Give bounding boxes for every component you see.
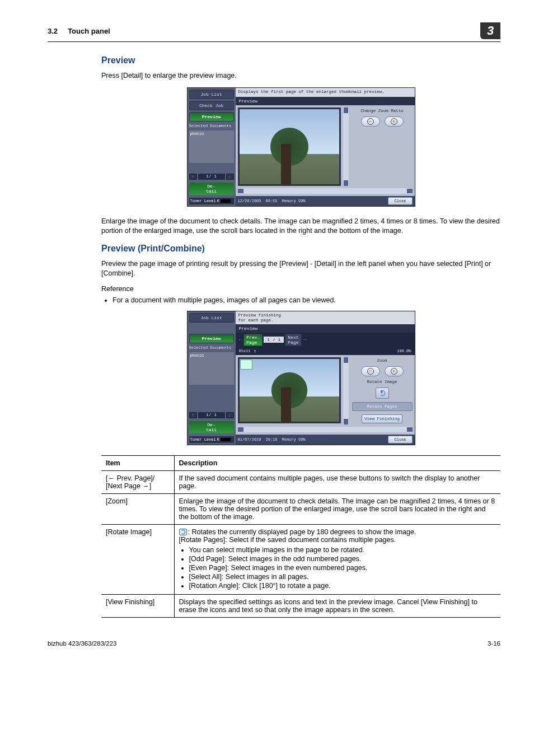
rotate-pages-button[interactable]: Rotate Pages: [352, 402, 413, 411]
reference-label: Reference: [101, 284, 500, 294]
zoom-in-button[interactable]: [385, 116, 404, 127]
orientation-icon: ▯: [254, 349, 256, 353]
footer-date: 12/28/2009: [238, 199, 261, 203]
preview-image: [238, 357, 341, 423]
detail-button[interactable]: De- tail: [189, 183, 234, 195]
touch-panel-preview: Job List Check Job Preview Selected Docu…: [187, 87, 415, 207]
selected-documents-label: Selected Documents: [189, 123, 234, 129]
scrollbar-horizontal[interactable]: [238, 427, 413, 432]
footer-date: 01/07/2010: [238, 437, 261, 442]
table-row: [View Finishing] Displays the specified …: [101, 594, 500, 617]
pager-indicator: 1/ 1: [198, 174, 225, 180]
preview-after-text: Enlarge the image of the document to che…: [101, 217, 500, 236]
page-header: 3.2 Touch panel 3: [48, 22, 500, 42]
document-item[interactable]: photo1: [190, 132, 204, 136]
page-number: 1 / 1: [264, 337, 284, 343]
item-rotate-image: [Rotate Image]: [101, 524, 174, 594]
desc-rotate-image: : Rotates the currently displayed page b…: [174, 524, 500, 594]
pager-up-icon[interactable]: ↑: [189, 174, 197, 180]
scrollbar-horizontal[interactable]: [238, 188, 413, 194]
next-page-button[interactable]: Next Page: [285, 334, 301, 346]
tab-preview[interactable]: Preview: [189, 112, 234, 122]
pager-indicator: 1/ 1: [198, 412, 225, 418]
preview-pc-intro: Preview the page image of printing resul…: [101, 259, 500, 278]
selected-documents-label: Selected Documents: [189, 345, 234, 351]
item-prev-next: [← Prev. Page]/ [Next Page →]: [101, 470, 174, 493]
item-view-finishing: [View Finishing]: [101, 594, 174, 617]
close-button[interactable]: Close: [388, 436, 412, 444]
footer-page-number: 3-16: [488, 640, 500, 647]
page-footer: bizhub 423/363/283/223 3-16: [48, 640, 500, 647]
close-button[interactable]: Close: [388, 197, 412, 205]
preview-title-strip: Preview: [236, 97, 415, 105]
rotate-image-button[interactable]: [376, 388, 389, 399]
document-item[interactable]: photo1: [190, 353, 204, 358]
footer-model: bizhub 423/363/283/223: [48, 640, 116, 647]
desc-view-finishing: Displays the specified settings as icons…: [174, 594, 500, 617]
page-thumb-icon: [240, 360, 252, 371]
pager-down-icon[interactable]: ↓: [226, 412, 234, 418]
detail-button[interactable]: De- tail: [189, 421, 234, 433]
pager-up-icon[interactable]: ↑: [189, 412, 197, 418]
preview-heading: Preview: [101, 55, 500, 66]
zoom-out-button[interactable]: [361, 366, 380, 376]
scrollbar-vertical[interactable]: [343, 108, 349, 186]
toner-bar-icon: [221, 199, 231, 203]
prev-page-button[interactable]: Prev. Page: [243, 334, 263, 346]
preview-pc-heading: Preview (Print/Combine): [101, 244, 500, 254]
preview-intro: Press [Detail] to enlarge the preview im…: [101, 71, 500, 81]
pager-down-icon[interactable]: ↓: [226, 174, 234, 180]
table-row: [← Prev. Page]/ [Next Page →] If the sav…: [101, 470, 500, 493]
reference-bullet: For a document with multiple pages, imag…: [113, 296, 500, 304]
document-list[interactable]: photo1: [189, 130, 234, 163]
zoom-ratio-label: Change Zoom Ratio: [352, 109, 413, 113]
zoom-in-button[interactable]: [385, 366, 404, 376]
rotate-image-label: Rotate Image: [352, 380, 413, 384]
section-title: Touch panel: [68, 27, 110, 35]
toner-level: Toner Level K: [189, 436, 234, 443]
desc-prev-next: If the saved document contains multiple …: [174, 470, 500, 493]
table-head-description: Description: [174, 455, 500, 470]
arrow-right-icon[interactable]: →: [303, 337, 308, 342]
table-head-item: Item: [101, 455, 174, 470]
rotate-inline-icon: [179, 529, 187, 535]
tab-job-list[interactable]: Job List: [189, 313, 234, 323]
zoom-out-button[interactable]: [361, 116, 380, 127]
footer-time: 20:18: [266, 437, 278, 442]
scrollbar-vertical[interactable]: [343, 357, 349, 424]
touch-panel-preview-print-combine: Job List Preview Selected Documents phot…: [187, 311, 415, 445]
section-number: 3.2: [48, 27, 58, 35]
rotate-icon: [380, 390, 385, 396]
desc-zoom: Enlarge the image of the document to che…: [174, 493, 500, 524]
message-bar: Preview finishing for each page.: [236, 311, 415, 324]
view-finishing-button[interactable]: View Finishing: [362, 414, 402, 423]
arrow-left-icon[interactable]: ←: [238, 337, 243, 342]
tab-check-job[interactable]: Check Job: [189, 101, 234, 110]
toner-level: Toner Level K: [189, 198, 234, 204]
tab-job-list[interactable]: Job List: [189, 90, 234, 99]
footer-time: 09:55: [266, 199, 278, 203]
zoom-ratio-value: 100.0%: [397, 349, 411, 353]
paper-size: 8½x11: [239, 349, 251, 353]
document-list[interactable]: photo1: [189, 352, 234, 385]
table-row: [Rotate Image] : Rotates the currently d…: [101, 524, 500, 594]
preview-title-strip: Preview: [236, 324, 415, 333]
zoom-label: Zoom: [352, 358, 413, 363]
tab-preview[interactable]: Preview: [189, 334, 234, 343]
settings-table: Item Description [← Prev. Page]/ [Next P…: [101, 455, 500, 618]
message-bar: Displays the first page of the enlarged …: [236, 88, 415, 97]
item-zoom: [Zoom]: [101, 493, 174, 524]
chapter-badge: 3: [480, 22, 500, 39]
preview-image: [238, 108, 341, 186]
toner-bar-icon: [221, 438, 231, 441]
table-row: [Zoom] Enlarge the image of the document…: [101, 493, 500, 524]
